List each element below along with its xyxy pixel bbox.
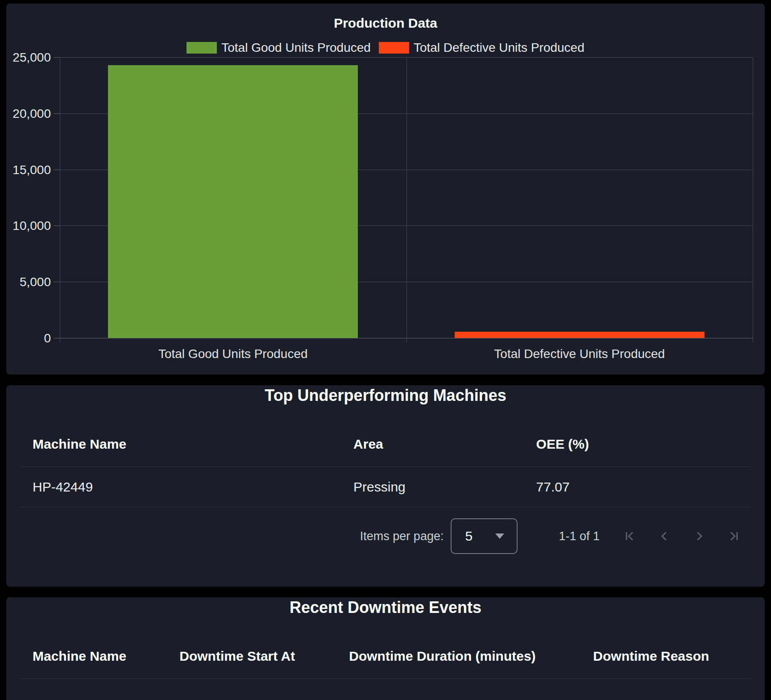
legend-item[interactable]: Total Defective Units Produced — [379, 41, 584, 55]
last-page-icon — [727, 529, 741, 543]
table-cell: HP-42449 — [20, 467, 341, 507]
y-axis-label: 5,000 — [4, 275, 51, 289]
underperforming-table: Machine NameAreaOEE (%) HP-42449Pressing… — [20, 422, 751, 507]
downtime-table: Machine NameDowntime Start AtDowntime Du… — [20, 634, 751, 679]
chart-legend: Total Good Units ProducedTotal Defective… — [6, 41, 765, 55]
y-axis-tick — [54, 282, 60, 282]
legend-label: Total Defective Units Produced — [414, 41, 584, 55]
chart-title: Production Data — [6, 16, 765, 31]
next-page-button[interactable] — [682, 514, 717, 558]
y-axis-label: 25,000 — [4, 50, 51, 65]
legend-swatch-icon — [379, 42, 409, 54]
downtime-events-card: Recent Downtime Events Machine NameDownt… — [6, 597, 765, 700]
last-page-button[interactable] — [717, 514, 751, 558]
column-header: OEE (%) — [524, 422, 751, 467]
paginator-range-label: 1-1 of 1 — [559, 529, 600, 543]
first-page-button[interactable] — [612, 514, 647, 558]
production-chart-card: Production Data Total Good Units Produce… — [6, 4, 765, 375]
column-header: Downtime Reason — [580, 634, 751, 679]
underperforming-machines-card: Top Underperforming Machines Machine Nam… — [6, 385, 765, 587]
chevron-right-icon — [692, 529, 706, 543]
vertical-gridline — [406, 57, 407, 342]
page-size-select[interactable]: 5 — [451, 518, 518, 554]
legend-swatch-icon — [187, 42, 217, 54]
items-per-page-label: Items per page: — [360, 529, 444, 543]
table-cell: Pressing — [341, 467, 524, 507]
underperforming-title: Top Underperforming Machines — [6, 385, 765, 406]
y-axis-tick — [54, 170, 60, 170]
chevron-down-icon — [495, 533, 504, 539]
x-axis-label: Total Defective Units Produced — [406, 347, 753, 361]
legend-label: Total Good Units Produced — [221, 41, 371, 55]
y-axis-line — [60, 57, 60, 342]
y-axis-label: 10,000 — [4, 219, 51, 233]
table-row: HP-42449Pressing77.07 — [20, 467, 751, 507]
page-size-value: 5 — [465, 529, 473, 544]
legend-item[interactable]: Total Good Units Produced — [187, 41, 371, 55]
column-header: Area — [341, 422, 524, 467]
paginator: Items per page: 5 1-1 of 1 — [6, 507, 751, 565]
table-header-row: Machine NameAreaOEE (%) — [20, 422, 751, 467]
y-axis-label: 15,000 — [4, 163, 51, 177]
bar-total-defective-units-produced[interactable] — [455, 332, 705, 338]
downtime-title: Recent Downtime Events — [6, 597, 765, 618]
column-header: Machine Name — [20, 422, 341, 467]
y-axis-label: 20,000 — [4, 107, 51, 121]
chart-plot-area: 05,00010,00015,00020,00025,000Total Good… — [60, 57, 753, 338]
x-axis-label: Total Good Units Produced — [60, 347, 406, 361]
first-page-icon — [623, 529, 636, 543]
dashboard-page: Production Data Total Good Units Produce… — [0, 4, 771, 700]
chevron-left-icon — [658, 529, 671, 543]
table-cell: 77.07 — [524, 467, 751, 507]
y-axis-label: 0 — [4, 331, 51, 346]
vertical-gridline — [753, 57, 753, 342]
column-header: Downtime Start At — [167, 634, 336, 679]
y-axis-tick — [54, 57, 60, 58]
column-header: Downtime Duration (minutes) — [336, 634, 580, 679]
bar-total-good-units-produced[interactable] — [108, 65, 358, 338]
table-header-row: Machine NameDowntime Start AtDowntime Du… — [20, 634, 751, 679]
column-header: Machine Name — [20, 634, 167, 679]
y-axis-tick — [54, 113, 60, 114]
y-axis-tick — [54, 225, 60, 226]
y-axis-tick — [54, 338, 60, 338]
previous-page-button[interactable] — [647, 514, 682, 558]
